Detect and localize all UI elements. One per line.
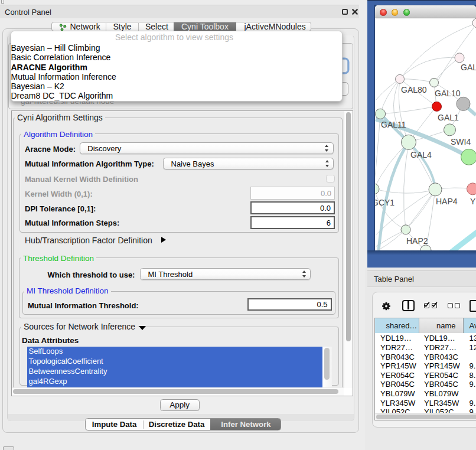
aracne-mode-combo[interactable]: Discovery: [80, 142, 334, 154]
network-node[interactable]: [444, 124, 456, 136]
network-node[interactable]: [430, 79, 439, 87]
algorithm-popup-item[interactable]: Mutual Information Inference: [11, 72, 339, 81]
table-cell[interactable]: YBR045C: [380, 380, 415, 389]
data-attribute-item[interactable]: TopologicalCoefficient: [27, 357, 322, 367]
table-cell[interactable]: YER054C: [424, 371, 458, 380]
data-attributes-list[interactable]: SelfLoopsTopologicalCoefficientBetweenne…: [27, 347, 332, 387]
vertical-scrollbar-thumb[interactable]: [346, 112, 351, 341]
zoom-traffic-light[interactable]: [403, 9, 410, 16]
vertical-scrollbar[interactable]: [344, 111, 353, 388]
import-file-icon[interactable]: [470, 300, 476, 312]
table-panel-title: Table Panel: [374, 275, 414, 283]
network-node[interactable]: [467, 183, 476, 195]
algorithm-popup-item[interactable]: Bayesian – K2: [11, 81, 339, 91]
list-vertical-scrollbar[interactable]: [322, 347, 332, 387]
network-node[interactable]: [429, 183, 442, 196]
table-cell[interactable]: YPR145W: [380, 361, 416, 371]
bottom-left-cut-button[interactable]: [3, 446, 14, 450]
unchecked-checkbox-icon[interactable]: [455, 303, 460, 308]
table-cell[interactable]: 12.: [469, 343, 476, 353]
close-traffic-light[interactable]: [380, 9, 387, 16]
table-cell[interactable]: YLR345W: [424, 399, 459, 408]
network-node[interactable]: [457, 97, 470, 111]
table-cell[interactable]: YDR27…: [380, 343, 413, 353]
table-cell[interactable]: YBL079W: [380, 389, 415, 399]
which-threshold-combo[interactable]: MI Threshold: [140, 268, 311, 280]
network-node[interactable]: [375, 109, 385, 119]
network-node-label: GAL1: [438, 113, 459, 122]
network-node[interactable]: [375, 184, 379, 194]
expand-right-icon[interactable]: [161, 237, 166, 243]
network-node[interactable]: [461, 149, 476, 165]
hub-definition-label[interactable]: Hub/Transcription Factor Definition: [25, 236, 152, 245]
network-node[interactable]: [396, 75, 405, 84]
expand-down-icon[interactable]: [139, 326, 146, 330]
network-node[interactable]: [432, 102, 442, 112]
algorithm-popup-item[interactable]: ARACNE Algorithm: [11, 63, 339, 72]
split-view-icon[interactable]: [402, 300, 415, 311]
table-cell[interactable]: YER054C: [380, 371, 415, 380]
column-header-avg[interactable]: Avera: [464, 318, 476, 333]
checked-checkbox-icon[interactable]: [432, 303, 437, 308]
horizontal-scrollbar[interactable]: [12, 388, 344, 396]
mi-threshold-field[interactable]: 0.5: [247, 298, 332, 311]
network-canvas[interactable]: GAL2GAL80GAL10GAL1GAL11SWI4GAL4GCY1HAP4Y…: [375, 18, 476, 250]
unchecked-checkbox-icon[interactable]: [448, 303, 453, 308]
table-cell[interactable]: YBR043C: [380, 353, 415, 362]
data-attribute-item[interactable]: SelfLoops: [27, 347, 322, 357]
network-node-label: GAL10: [435, 89, 461, 98]
network-node[interactable]: [401, 225, 410, 234]
data-attribute-item[interactable]: gal80Rexp: [27, 387, 322, 387]
algorithm-popup-item[interactable]: Bayesian – Hill Climbing: [11, 43, 339, 53]
table-cell[interactable]: YBR043C: [424, 353, 458, 362]
table-cell[interactable]: YDL19…: [380, 334, 412, 343]
gear-icon[interactable]: [382, 302, 391, 311]
table-cell[interactable]: YPR145W: [424, 361, 460, 371]
threshold-definition-title: Threshold Definition: [21, 255, 96, 263]
network-node[interactable]: [402, 135, 416, 150]
mi-steps-field[interactable]: 6: [250, 216, 335, 229]
checked-checkbox-icon[interactable]: [424, 303, 429, 308]
manual-kernel-checkbox[interactable]: [326, 175, 335, 182]
table-cell[interactable]: YBL079W: [424, 389, 459, 399]
horizontal-scrollbar-thumb[interactable]: [13, 389, 338, 394]
table-cell[interactable]: YDL19…: [424, 334, 455, 343]
network-window-titlebar[interactable]: [375, 5, 476, 18]
dpi-tolerance-field[interactable]: 0.0: [250, 201, 335, 214]
minimize-traffic-light[interactable]: [392, 9, 399, 16]
column-header-shared-name[interactable]: shared…: [375, 318, 419, 333]
node-table[interactable]: shared… name Avera YDL19…YDL19…13.YDR27……: [374, 318, 476, 420]
data-attribute-item[interactable]: BetweennessCentrality: [27, 367, 322, 377]
table-cell[interactable]: 9.: [469, 361, 475, 371]
float-window-button[interactable]: [342, 9, 348, 15]
tab-infer-network[interactable]: Infer Network: [210, 419, 281, 430]
network-node[interactable]: [420, 245, 431, 250]
network-edge: [380, 106, 436, 114]
apply-button[interactable]: Apply: [160, 399, 200, 411]
data-attribute-item[interactable]: gal4RGexp: [27, 377, 322, 387]
algorithm-popup-item[interactable]: Dream8 DC_TDC Algorithm: [11, 91, 339, 100]
network-node[interactable]: [455, 53, 464, 63]
tab-impute-data[interactable]: Impute Data: [86, 419, 143, 430]
table-cell[interactable]: YLR345W: [380, 399, 415, 408]
mi-type-combo[interactable]: Naive Bayes: [163, 158, 334, 169]
kernel-width-field[interactable]: 0.0: [250, 187, 335, 200]
table-cell[interactable]: YDR27…: [424, 343, 457, 353]
table-cell[interactable]: 8.: [469, 371, 475, 380]
close-icon[interactable]: [352, 9, 358, 15]
list-scrollbar-thumb[interactable]: [324, 348, 330, 380]
which-threshold-label: Which threshold to use:: [47, 270, 135, 279]
network-node[interactable]: [472, 18, 476, 28]
table-horizontal-scrollbar[interactable]: [375, 413, 476, 420]
table-cell[interactable]: 9.: [469, 399, 475, 408]
table-header: shared… name Avera: [375, 318, 476, 333]
algorithm-popup-item[interactable]: Basic Correlation Inference: [11, 53, 339, 62]
table-scrollbar-thumb[interactable]: [376, 415, 476, 419]
table-cell[interactable]: 13.: [469, 334, 476, 343]
table-panel-titlebar: Table Panel: [367, 270, 476, 287]
table-cell[interactable]: YBR045C: [424, 380, 458, 389]
column-header-name[interactable]: name: [419, 318, 464, 333]
tab-discretize-data[interactable]: Discretize Data: [143, 419, 210, 430]
kernel-width-label: Kernel Width (0,1):: [25, 190, 93, 198]
table-cell[interactable]: 9.: [469, 380, 475, 389]
